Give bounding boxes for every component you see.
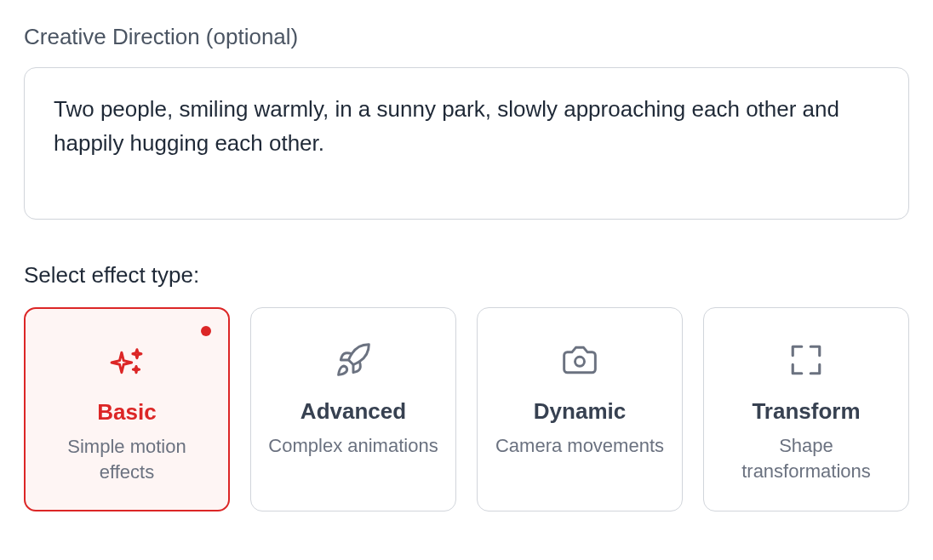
effect-card-desc: Simple motion effects: [39, 434, 215, 484]
effect-card-title: Transform: [752, 398, 860, 425]
sparkles-icon: [106, 340, 148, 382]
svg-point-0: [575, 357, 585, 366]
expand-icon: [785, 339, 827, 381]
rocket-icon: [332, 339, 375, 381]
effect-card-basic[interactable]: Basic Simple motion effects: [24, 307, 230, 511]
effect-type-grid: Basic Simple motion effects Advanced Com…: [24, 307, 909, 511]
effect-card-title: Basic: [97, 399, 156, 426]
effect-type-section: Select effect type: Basic Simple motion …: [24, 262, 909, 511]
effect-type-label: Select effect type:: [24, 262, 909, 289]
effect-card-dynamic[interactable]: Dynamic Camera movements: [477, 307, 683, 511]
effect-card-desc: Camera movements: [495, 433, 664, 459]
effect-card-advanced[interactable]: Advanced Complex animations: [250, 307, 456, 511]
creative-direction-input[interactable]: [24, 67, 909, 220]
creative-direction-label: Creative Direction (optional): [24, 24, 909, 50]
selected-indicator-icon: [201, 326, 211, 336]
creative-direction-field: Creative Direction (optional): [24, 24, 909, 223]
effect-card-transform[interactable]: Transform Shape transformations: [703, 307, 909, 511]
effect-card-title: Dynamic: [534, 398, 626, 425]
effect-card-title: Advanced: [301, 398, 406, 425]
effect-card-desc: Complex animations: [268, 433, 438, 459]
camera-icon: [558, 339, 601, 381]
effect-card-desc: Shape transformations: [718, 433, 895, 483]
